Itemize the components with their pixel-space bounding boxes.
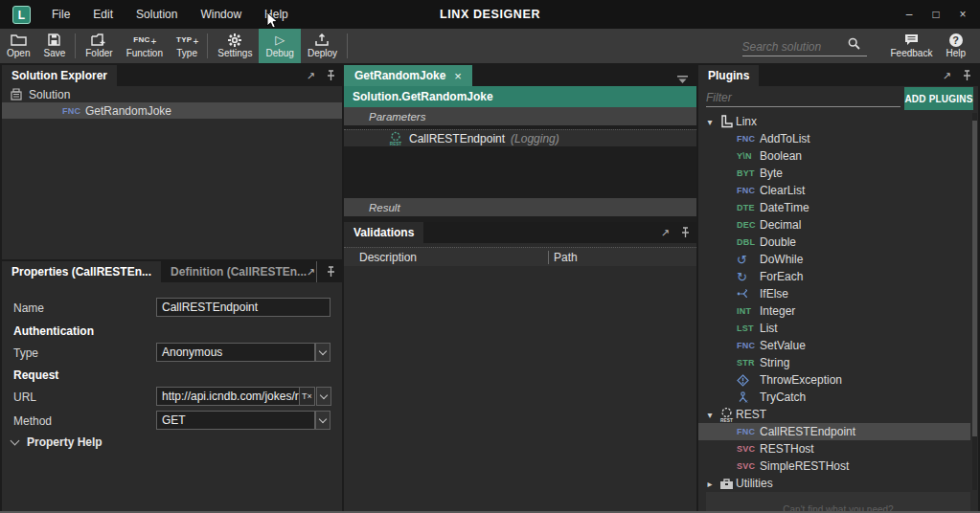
scrollbar-thumb[interactable] [972, 121, 977, 436]
plugin-item-ifelse[interactable]: IfElse [698, 285, 970, 302]
deploy-button[interactable]: Deploy [301, 29, 344, 63]
type-select[interactable]: Anonymous [156, 343, 315, 362]
plugin-item-boolean[interactable]: Y\N Boolean [698, 147, 970, 165]
caret-down-icon[interactable]: ▾ [703, 410, 717, 420]
plugin-item-simpleresthost[interactable]: SVC SimpleRESTHost [698, 457, 970, 475]
open-button[interactable]: Open [0, 29, 36, 63]
properties-panel: Properties (CallRESTEn... Definition (Ca… [2, 261, 342, 511]
plugin-item-byte[interactable]: BYT Byte [698, 165, 970, 182]
tab-definition[interactable]: Definition (CallRESTEn... [161, 261, 317, 282]
plugins-footer-link[interactable]: Can't find what you need? [706, 492, 970, 511]
help-button[interactable]: ? Help [939, 32, 972, 60]
search-input[interactable] [742, 40, 848, 54]
filter-input[interactable] [706, 88, 900, 107]
close-icon[interactable]: × [949, 0, 976, 29]
pin-icon[interactable] [327, 266, 335, 278]
tab-getrandomjoke[interactable]: GetRandomJoke × [344, 65, 472, 86]
url-field[interactable]: http://api.icndb.com/jokes/ran [156, 387, 300, 406]
plugin-group-linx[interactable]: ▾ Linx [698, 113, 970, 130]
column-path[interactable]: Path [549, 251, 578, 264]
validations-column-headers: Description Path [344, 247, 696, 266]
plugin-item-clearlist[interactable]: FNC ClearList [698, 182, 970, 199]
column-description[interactable]: Description [344, 251, 548, 264]
plugin-item-resthost[interactable]: SVC RESTHost [698, 440, 970, 457]
plugins-title[interactable]: Plugins [698, 65, 759, 86]
add-plugins-button[interactable]: ADD PLUGINS [904, 87, 973, 110]
plugin-item-addtolist[interactable]: FNC AddToList [698, 130, 970, 147]
debug-button[interactable]: ▷ Debug [259, 29, 300, 63]
plugin-item-decimal[interactable]: DEC Decimal [698, 216, 970, 234]
popout-icon[interactable]: ↗ [307, 266, 315, 279]
solution-search[interactable] [742, 35, 867, 56]
svc-badge: SVC [737, 461, 760, 471]
type-select-dropdown[interactable] [315, 343, 330, 362]
plugin-item-dowhile[interactable]: ↺ DoWhile [698, 251, 970, 268]
plugin-item-callrestendpoint[interactable]: FNC CallRESTEndpoint [698, 423, 970, 440]
plugin-item-integer[interactable]: INT Integer [698, 302, 970, 320]
solution-root-row[interactable]: Solution [2, 86, 342, 102]
plugin-item-label: Double [760, 235, 796, 249]
plugins-scrollbar[interactable] [972, 113, 977, 490]
editor-tab-label: GetRandomJoke [354, 69, 445, 82]
plugin-item-trycatch[interactable]: TryCatch [698, 389, 970, 406]
url-dropdown[interactable] [316, 387, 331, 406]
search-icon[interactable] [848, 36, 860, 54]
tab-properties[interactable]: Properties (CallRESTEn... [2, 261, 161, 282]
settings-button[interactable]: Settings [211, 29, 259, 63]
plugin-item-double[interactable]: DBL Double [698, 234, 970, 251]
solution-explorer-title[interactable]: Solution Explorer [2, 65, 117, 86]
chevron-down-icon [11, 435, 20, 445]
folder-button[interactable]: Folder [79, 29, 119, 63]
type-button[interactable]: TYP + Type [170, 29, 204, 63]
plugin-group-utilities[interactable]: ▸ Utilities [698, 475, 970, 492]
solution-explorer-panel: Solution Explorer ↗ Solution FNC GetRand… [2, 65, 342, 259]
name-field[interactable]: CallRESTEndpoint [156, 298, 330, 317]
fnc-badge: FNC [737, 427, 760, 436]
popout-icon[interactable]: ↗ [943, 70, 951, 82]
pin-icon[interactable] [963, 70, 971, 81]
expression-clear-button[interactable]: T× [299, 387, 315, 406]
popout-icon[interactable]: ↗ [661, 227, 670, 239]
foreach-loop-icon: ↻ [737, 271, 760, 283]
fnc-badge: FNC [62, 106, 85, 116]
plugin-item-throwexception[interactable]: ThrowException [698, 371, 970, 389]
popout-icon[interactable]: ↗ [307, 70, 315, 82]
minimize-icon[interactable]: – [896, 0, 923, 29]
utilities-toolbox-icon [717, 478, 736, 490]
help-icon: ? [949, 33, 963, 47]
svc-badge: SVC [737, 444, 760, 454]
request-section-label: Request [13, 368, 58, 382]
plugin-item-datetime[interactable]: DTE DateTime [698, 199, 970, 216]
caret-down-icon[interactable]: ▾ [703, 117, 717, 127]
function-button[interactable]: FNC + Function [120, 29, 170, 63]
plugin-item-string[interactable]: STR String [698, 354, 970, 371]
plugin-item-setvalue[interactable]: FNC SetValue [698, 337, 970, 354]
method-select-dropdown[interactable] [315, 411, 330, 430]
pin-icon[interactable] [327, 70, 335, 81]
plugin-item-label: Boolean [760, 149, 802, 163]
plugin-item-foreach[interactable]: ↻ ForEach [698, 268, 970, 285]
plugin-item-list[interactable]: LST List [698, 320, 970, 337]
caret-right-icon[interactable]: ▸ [703, 479, 717, 489]
pin-icon[interactable] [681, 227, 690, 238]
tab-close-icon[interactable]: × [454, 69, 462, 83]
plugin-group-rest[interactable]: ▾ REST REST [698, 406, 970, 423]
function-breadcrumb[interactable]: Solution.GetRandomJoke [344, 86, 696, 107]
feedback-button[interactable]: Feedback [884, 32, 940, 60]
plugin-item-label: String [760, 356, 789, 369]
result-bar[interactable]: Result [344, 198, 696, 216]
property-help-expander[interactable]: Property Help [11, 435, 103, 449]
plugin-item-label: CallRESTEndpoint [760, 425, 855, 438]
rest-icon: REST [388, 131, 403, 146]
parameters-bar[interactable]: Parameters [344, 107, 696, 125]
maximize-icon[interactable]: □ [923, 0, 949, 29]
type-label: Type [13, 346, 38, 360]
yn-badge: Y\N [737, 151, 760, 161]
validations-title[interactable]: Validations [344, 222, 423, 243]
save-button[interactable]: Save [36, 29, 72, 63]
solution-item-getrandomjoke[interactable]: FNC GetRandomJoke [2, 102, 342, 119]
method-select[interactable]: GET [156, 411, 315, 430]
function-step-callrestendpoint[interactable]: REST CallRESTEndpoint (Logging) [344, 129, 696, 146]
plugins-tree: ▾ Linx FNC AddToList Y\N Boolean BYT Byt… [698, 113, 970, 492]
byt-badge: BYT [737, 168, 760, 178]
